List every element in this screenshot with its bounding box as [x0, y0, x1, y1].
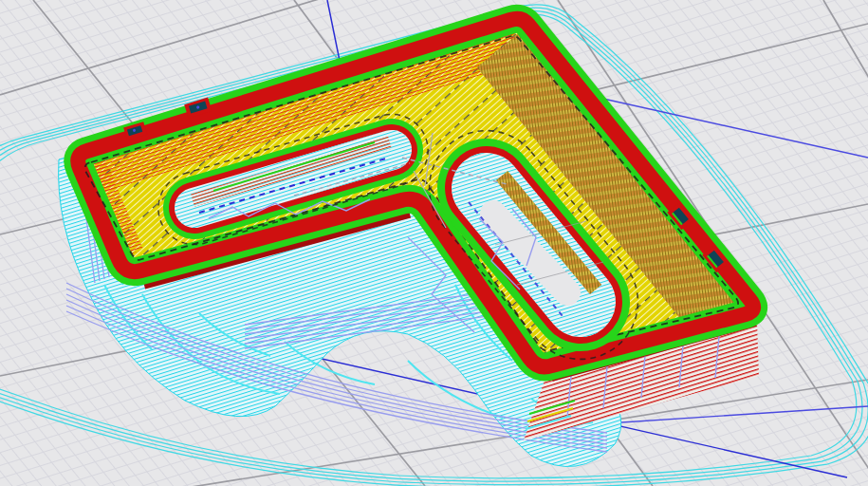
slicer-3d-viewport[interactable]	[0, 0, 868, 486]
toolpath-preview-canvas[interactable]	[0, 0, 868, 486]
